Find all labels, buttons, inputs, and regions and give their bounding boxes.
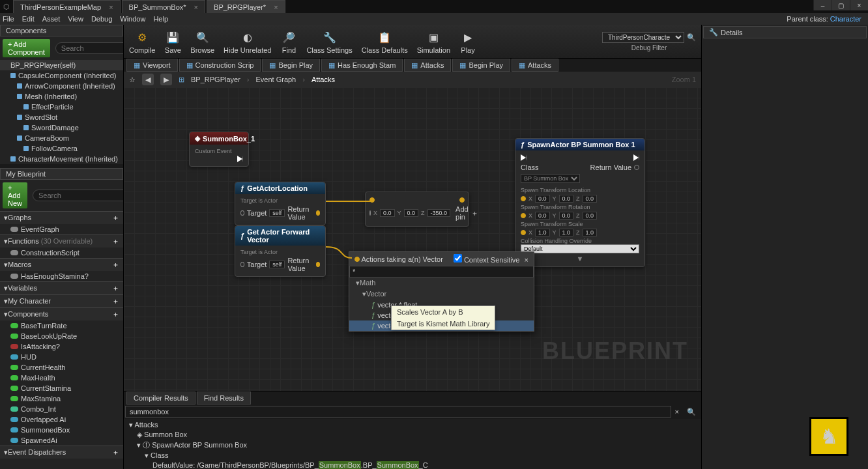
rot-pin[interactable] xyxy=(521,213,526,218)
plus-icon[interactable]: ＋ xyxy=(112,260,119,270)
close-icon[interactable]: × xyxy=(525,256,528,264)
component-item[interactable]: FollowCamera xyxy=(0,143,123,154)
class-select[interactable]: BP Summon Box xyxy=(521,174,580,183)
blueprint-item[interactable]: IsAttacking? xyxy=(0,341,123,352)
menu-file[interactable]: File xyxy=(3,15,14,23)
debug-filter-select[interactable]: ThirdPersonCharacte xyxy=(602,32,684,43)
exec-in-pin[interactable] xyxy=(521,154,527,161)
close-icon[interactable]: × xyxy=(194,3,198,11)
doc-tab-2[interactable]: BP_RPGPlayer*× xyxy=(207,0,285,13)
my-blueprint-tab[interactable]: My Blueprint xyxy=(0,168,123,180)
toolbar-find[interactable]: 🔎Find xyxy=(280,29,297,54)
blueprint-item[interactable]: HUD xyxy=(0,352,123,362)
blueprint-item[interactable]: CurrentStamina xyxy=(0,383,123,393)
out-pin[interactable] xyxy=(459,197,465,203)
section-header[interactable]: ▾My Character＋ xyxy=(0,294,123,307)
graph-tab[interactable]: ▦Attacks xyxy=(512,59,558,72)
target-pin[interactable] xyxy=(240,210,244,216)
context-sensitive-checkbox[interactable] xyxy=(454,254,462,263)
component-item[interactable]: CharacterMovement (Inherited) xyxy=(0,154,123,164)
plus-icon[interactable]: ＋ xyxy=(112,213,119,223)
close-icon[interactable]: × xyxy=(109,3,113,11)
context-search-input[interactable] xyxy=(349,266,534,277)
blueprint-item[interactable]: MaxHealth xyxy=(0,373,123,383)
section-header[interactable]: ▾Components＋ xyxy=(0,307,123,320)
return-pin[interactable] xyxy=(634,165,639,170)
plus-icon[interactable]: ＋ xyxy=(471,208,478,218)
section-header[interactable]: ▾Graphs＋ xyxy=(0,211,123,224)
in-pin[interactable] xyxy=(369,210,371,216)
crumb-2[interactable]: Attacks xyxy=(311,76,335,83)
node-get-forward-vector[interactable]: ƒGet Actor Forward Vector Target is Acto… xyxy=(235,225,326,277)
section-header[interactable]: ▾Macros＋ xyxy=(0,258,123,271)
graph-tab[interactable]: ▦Begin Play xyxy=(262,59,320,72)
blueprint-item[interactable]: BaseTurnRate xyxy=(0,320,123,331)
favorite-icon[interactable]: ☆ xyxy=(129,76,136,84)
component-item[interactable]: SwordSlot xyxy=(0,112,123,122)
blueprint-item[interactable]: ConstructionScript xyxy=(0,248,123,258)
blueprint-item[interactable]: MaxStamina xyxy=(0,393,123,404)
find-in-blueprints-icon[interactable]: 🔍 xyxy=(683,408,700,416)
parent-class-link[interactable]: Character xyxy=(830,15,861,23)
graph-tab[interactable]: ▦Begin Play xyxy=(452,59,510,72)
toolbar-hide-unrelated[interactable]: ◐Hide Unrelated xyxy=(224,29,271,54)
nav-back-button[interactable]: ◀ xyxy=(142,74,154,85)
minimize-button[interactable]: – xyxy=(813,0,832,10)
components-panel-tab[interactable]: Components xyxy=(0,25,123,36)
component-item[interactable]: CameraBoom xyxy=(0,133,123,143)
toolbar-browse[interactable]: 🔍Browse xyxy=(190,29,214,54)
maximize-button[interactable]: ▢ xyxy=(832,0,850,10)
node-get-actor-location[interactable]: ƒGetActorLocation Target is Actor Target… xyxy=(235,182,326,225)
nav-fwd-button[interactable]: ▶ xyxy=(160,74,172,85)
plus-icon[interactable]: ＋ xyxy=(112,283,119,293)
toolbar-save[interactable]: 💾Save xyxy=(164,29,181,54)
context-category-vector[interactable]: ▾Vector xyxy=(349,289,534,300)
component-item[interactable]: ArrowComponent (Inherited) xyxy=(0,81,123,91)
crumb-1[interactable]: Event Graph xyxy=(255,76,296,83)
blueprint-search[interactable] xyxy=(33,190,123,201)
graph-tab[interactable]: ▦Attacks xyxy=(404,59,451,72)
blueprint-item[interactable]: HasEnoughStamina? xyxy=(0,271,123,281)
chevron-down-icon[interactable]: ▼ xyxy=(577,255,584,263)
context-category-math[interactable]: ▾Math xyxy=(349,277,534,289)
blueprint-item[interactable]: EventGraph xyxy=(0,224,123,234)
doc-tab-1[interactable]: BP_SummonBox*× xyxy=(122,0,205,13)
node-vector-compose[interactable]: X0.0 Y0.0 Z-350.0 Add pin＋ xyxy=(365,192,469,227)
menu-window[interactable]: Window xyxy=(120,15,145,23)
blueprint-item[interactable]: SpawnedAi xyxy=(0,435,123,446)
menu-edit[interactable]: Edit xyxy=(22,15,35,23)
find-results-tab[interactable]: Find Results xyxy=(197,391,251,405)
blueprint-item[interactable]: CurrentHealth xyxy=(0,362,123,373)
node-spawn-actor[interactable]: ƒSpawnActor BP Summon Box 1 ClassReturn … xyxy=(515,138,645,267)
crumb-0[interactable]: BP_RPGPlayer xyxy=(191,76,240,83)
section-header[interactable]: ▾Variables＋ xyxy=(0,281,123,294)
section-header[interactable]: ▾Event Dispatchers＋ xyxy=(0,446,123,459)
section-header[interactable]: ▾Functions (30 Overridable)＋ xyxy=(0,234,123,248)
search-icon[interactable]: 🔍 xyxy=(687,33,696,42)
menu-view[interactable]: View xyxy=(68,15,83,23)
result-row[interactable]: ▾ ⓕ SpawnActor BP Summon Box xyxy=(128,440,697,451)
close-icon[interactable]: × xyxy=(671,408,683,416)
menu-asset[interactable]: Asset xyxy=(42,15,61,23)
plus-icon[interactable]: ＋ xyxy=(112,309,119,319)
component-item[interactable]: CapsuleComponent (Inherited) xyxy=(0,70,123,81)
close-button[interactable]: × xyxy=(850,0,868,10)
toolbar-simulation[interactable]: ▣Simulation xyxy=(417,29,450,54)
graph-tab[interactable]: ▦Viewport xyxy=(126,59,178,72)
node-summon-event[interactable]: ◈SummonBox_1 Custom Event xyxy=(189,132,249,167)
blueprint-item[interactable]: BaseLookUpRate xyxy=(0,331,123,341)
exec-out-pin[interactable] xyxy=(237,156,243,162)
graph-tab[interactable]: ▦Has Enough Stam xyxy=(321,59,403,72)
blueprint-item[interactable]: Overlapped Ai xyxy=(0,414,123,425)
component-item[interactable]: BP_RPGPlayer(self) xyxy=(0,60,123,70)
details-tab[interactable]: 🔧 Details xyxy=(703,26,867,38)
menu-debug[interactable]: Debug xyxy=(91,15,112,23)
find-search-input[interactable] xyxy=(125,406,671,418)
add-pin-button[interactable]: Add pin xyxy=(456,205,469,221)
graph-canvas[interactable]: BLUEPRINT ◈SummonBox_1 Custom Event ƒGet… xyxy=(124,87,701,391)
close-icon[interactable]: × xyxy=(274,3,278,11)
blueprint-item[interactable]: SummonedBox xyxy=(0,425,123,435)
plus-icon[interactable]: ＋ xyxy=(112,236,119,246)
component-item[interactable]: Mesh (Inherited) xyxy=(0,91,123,102)
toolbar-class-defaults[interactable]: 📋Class Defaults xyxy=(362,29,408,54)
